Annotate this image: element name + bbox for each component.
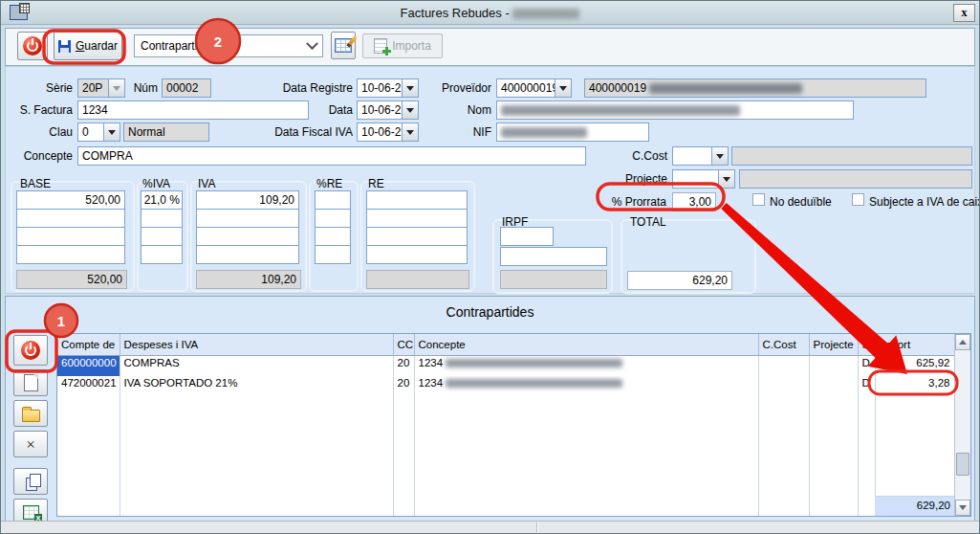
cell-projecte[interactable]: [809, 356, 858, 377]
section-title: Contrapartides: [6, 304, 974, 320]
import-button[interactable]: Importa: [362, 33, 443, 58]
exit-button[interactable]: [17, 32, 48, 60]
concepte-field[interactable]: COMPRA: [77, 146, 586, 166]
s-factura-field[interactable]: 1234: [77, 100, 309, 120]
vertical-scrollbar[interactable]: [954, 334, 970, 516]
serie-field[interactable]: 20P: [77, 78, 109, 98]
col-ccost[interactable]: C.Cost: [758, 334, 809, 356]
data-fiscal-field[interactable]: 10-06-21: [357, 122, 403, 142]
cell-ccost[interactable]: [758, 356, 809, 377]
edit-grid-button[interactable]: [331, 32, 356, 59]
contrapartides-table: Compte de Despeses i IVA CC Concepte C.C…: [57, 334, 955, 516]
irpf-field-2[interactable]: [500, 247, 607, 266]
col-concepte[interactable]: Concepte: [414, 334, 758, 356]
iva-field-2[interactable]: [196, 209, 299, 228]
cell-compte[interactable]: 600000000: [57, 356, 120, 377]
data-field[interactable]: 10-06-21: [357, 100, 403, 120]
proveidor-dropdown[interactable]: [555, 78, 572, 98]
piva-field-2[interactable]: [141, 209, 183, 228]
iva-field-4[interactable]: [196, 245, 299, 264]
pre-field-2[interactable]: [315, 209, 351, 228]
col-despeses[interactable]: Despeses i IVA: [120, 334, 393, 356]
base-field-2[interactable]: [16, 209, 125, 228]
col-projecte[interactable]: Projecte: [809, 334, 858, 356]
col-cc[interactable]: CC: [393, 334, 414, 356]
cell-ccost[interactable]: [758, 376, 809, 396]
cell-compte[interactable]: 472000021: [57, 376, 120, 396]
cell-projecte[interactable]: [809, 376, 858, 396]
iva-field-3[interactable]: [196, 227, 299, 246]
num-field[interactable]: 00002: [162, 78, 211, 98]
prorrata-label: % Prorrata: [584, 192, 666, 211]
cell-concepte-text: 1234: [419, 357, 444, 368]
cell-import[interactable]: 625,92: [875, 356, 954, 377]
delete-row-button[interactable]: ×: [13, 431, 48, 457]
pre-field-3[interactable]: [315, 227, 351, 246]
pre-field-1[interactable]: [315, 190, 351, 210]
scroll-down-button[interactable]: [955, 500, 970, 516]
base-field-4[interactable]: [16, 245, 125, 264]
clau-code-field[interactable]: 0: [77, 122, 104, 142]
cell-despeses[interactable]: COMPRAS: [120, 356, 393, 377]
nif-label: NIF: [412, 122, 491, 142]
col-s[interactable]: S: [858, 334, 875, 356]
projecte-dropdown[interactable]: [718, 169, 735, 189]
proveidor-code-field[interactable]: 400000019: [496, 78, 555, 98]
irpf-field-1[interactable]: [500, 227, 554, 246]
cell-s[interactable]: D: [858, 356, 875, 377]
view-selector-combobox[interactable]: Contrapartides: [134, 34, 323, 57]
cell-despeses[interactable]: IVA SOPORTADO 21%: [120, 376, 393, 396]
re-field-2[interactable]: [366, 209, 468, 228]
iva-field-1[interactable]: 109,20: [196, 190, 299, 210]
base-field-1[interactable]: 520,00: [16, 190, 125, 210]
ccost-dropdown[interactable]: [711, 146, 729, 166]
nif-field[interactable]: [496, 122, 649, 142]
base-field-3[interactable]: [16, 227, 125, 246]
cell-s[interactable]: D: [858, 376, 875, 396]
re-field-1[interactable]: [366, 190, 468, 210]
proveidor-label: Proveïdor: [412, 78, 491, 98]
no-deduible-label: No deduïble: [770, 192, 884, 211]
save-accel: G: [76, 39, 84, 53]
import-icon: [374, 38, 387, 54]
piva-field-4[interactable]: [141, 245, 183, 264]
ccost-field[interactable]: [672, 146, 712, 166]
pre-field-4[interactable]: [315, 245, 351, 264]
clau-dropdown[interactable]: [103, 122, 120, 142]
cell-cc[interactable]: 20: [393, 376, 414, 396]
copy-button[interactable]: [13, 468, 48, 495]
scrollbar-thumb[interactable]: [956, 453, 969, 476]
new-row-button[interactable]: [13, 369, 48, 396]
projecte-display-field: [739, 169, 972, 189]
open-button[interactable]: [13, 400, 48, 427]
no-deduible-checkbox[interactable]: [752, 193, 765, 206]
ccost-display-field: [731, 146, 972, 166]
piva-field-3[interactable]: [141, 227, 183, 246]
col-compte[interactable]: Compte de: [57, 334, 120, 356]
save-icon: [58, 40, 71, 53]
projecte-field[interactable]: [672, 169, 719, 189]
cell-import[interactable]: 3,28: [875, 376, 954, 396]
table-row[interactable]: 472000021 IVA SOPORTADO 21% 20 1234 D 3,…: [57, 376, 954, 396]
re-field-4[interactable]: [366, 245, 468, 264]
cell-cc[interactable]: 20: [393, 356, 414, 377]
iva-group-label: IVA: [198, 177, 215, 190]
status-bar-divider: [536, 523, 537, 532]
col-import[interactable]: Import: [875, 334, 954, 356]
counterpart-exit-button[interactable]: [13, 335, 48, 366]
table-row[interactable]: 600000000 COMPRAS 20 1234 D 625,92: [57, 356, 954, 377]
nom-label: Nom: [412, 100, 491, 120]
piva-field-1[interactable]: 21,0 %: [141, 190, 183, 210]
scroll-up-button[interactable]: [955, 334, 970, 350]
prorrata-field[interactable]: 3,00: [672, 192, 716, 211]
data-registre-field[interactable]: 10-06-21: [357, 78, 403, 98]
re-field-3[interactable]: [366, 227, 468, 246]
save-button[interactable]: Guardar: [54, 32, 122, 60]
proveidor-display-field: 400000019: [584, 78, 926, 98]
cell-concepte[interactable]: 1234: [414, 356, 758, 377]
close-button[interactable]: x: [953, 4, 975, 22]
iva-caixa-checkbox[interactable]: [852, 193, 864, 206]
cell-concepte[interactable]: 1234: [414, 376, 758, 396]
nom-field[interactable]: [496, 100, 854, 120]
main-toolbar: Guardar Contrapartides Importa: [5, 28, 975, 66]
